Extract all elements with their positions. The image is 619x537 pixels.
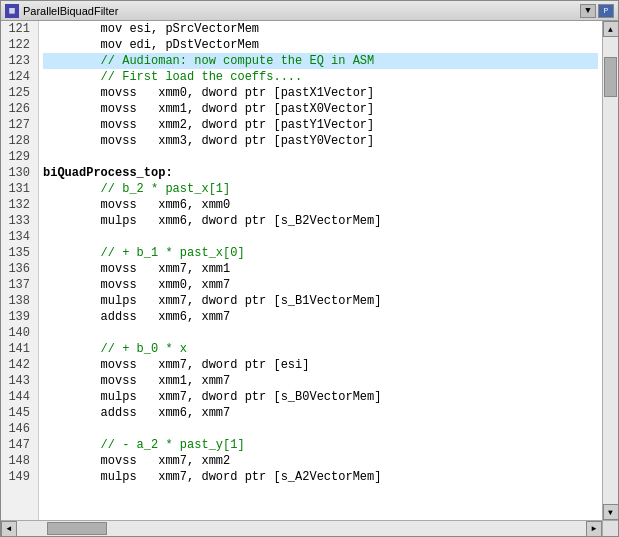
- line-number: 141: [5, 341, 34, 357]
- line-number: 148: [5, 453, 34, 469]
- code-line: movss xmm2, dword ptr [pastY1Vector]: [43, 117, 598, 133]
- code-line: movss xmm3, dword ptr [pastY0Vector]: [43, 133, 598, 149]
- window-icon: ▦: [5, 4, 19, 18]
- scroll-up-button[interactable]: ▲: [603, 21, 619, 37]
- h-scroll-thumb[interactable]: [47, 522, 107, 535]
- h-scroll-track[interactable]: [17, 521, 586, 536]
- external-btn[interactable]: P: [598, 4, 614, 18]
- code-line: addss xmm6, xmm7: [43, 405, 598, 421]
- title-bar: ▦ ParallelBiquadFilter ▼ P: [1, 1, 618, 21]
- code-line: mulps xmm7, dword ptr [s_B1VectorMem]: [43, 293, 598, 309]
- code-line: movss xmm7, xmm2: [43, 453, 598, 469]
- code-line: [43, 229, 598, 245]
- vertical-scrollbar[interactable]: ▲ ▼: [602, 21, 618, 520]
- line-numbers: 1211221231241251261271281291301311321331…: [1, 21, 39, 520]
- line-number: 137: [5, 277, 34, 293]
- main-window: ▦ ParallelBiquadFilter ▼ P 1211221231241…: [0, 0, 619, 537]
- code-line: // + b_0 * x: [43, 341, 598, 357]
- line-number: 126: [5, 101, 34, 117]
- bottom-bar: ◄ ►: [1, 520, 618, 536]
- line-number: 124: [5, 69, 34, 85]
- title-bar-controls: ▼ P: [580, 4, 614, 18]
- scrollbar-corner: [602, 520, 618, 536]
- line-number: 132: [5, 197, 34, 213]
- scroll-left-button[interactable]: ◄: [1, 521, 17, 537]
- line-number: 139: [5, 309, 34, 325]
- scroll-down-button[interactable]: ▼: [603, 504, 619, 520]
- code-line: movss xmm7, dword ptr [esi]: [43, 357, 598, 373]
- code-line: // b_2 * past_x[1]: [43, 181, 598, 197]
- line-number: 129: [5, 149, 34, 165]
- scroll-thumb[interactable]: [604, 57, 617, 97]
- line-number: 144: [5, 389, 34, 405]
- line-number: 128: [5, 133, 34, 149]
- line-number: 133: [5, 213, 34, 229]
- code-line: mulps xmm6, dword ptr [s_B2VectorMem]: [43, 213, 598, 229]
- line-number: 121: [5, 21, 34, 37]
- code-line: movss xmm7, xmm1: [43, 261, 598, 277]
- code-line: movss xmm6, xmm0: [43, 197, 598, 213]
- line-number: 146: [5, 421, 34, 437]
- line-number: 136: [5, 261, 34, 277]
- horizontal-scrollbar[interactable]: ◄ ►: [1, 520, 602, 536]
- code-line: movss xmm0, dword ptr [pastX1Vector]: [43, 85, 598, 101]
- code-line: // - a_2 * past_y[1]: [43, 437, 598, 453]
- code-line: mov edi, pDstVectorMem: [43, 37, 598, 53]
- code-content[interactable]: mov esi, pSrcVectorMem mov edi, pDstVect…: [39, 21, 602, 520]
- content-area: 1211221231241251261271281291301311321331…: [1, 21, 618, 520]
- code-container: 1211221231241251261271281291301311321331…: [1, 21, 602, 520]
- line-number: 125: [5, 85, 34, 101]
- line-number: 130: [5, 165, 34, 181]
- line-number: 145: [5, 405, 34, 421]
- code-line: [43, 421, 598, 437]
- code-line: mulps xmm7, dword ptr [s_A2VectorMem]: [43, 469, 598, 485]
- line-number: 140: [5, 325, 34, 341]
- code-line: [43, 149, 598, 165]
- line-number: 149: [5, 469, 34, 485]
- code-line: // + b_1 * past_x[0]: [43, 245, 598, 261]
- line-number: 147: [5, 437, 34, 453]
- code-line: mov esi, pSrcVectorMem: [43, 21, 598, 37]
- code-line: // Audioman: now compute the EQ in ASM: [43, 53, 598, 69]
- line-number: 122: [5, 37, 34, 53]
- code-line: [43, 325, 598, 341]
- code-line: // First load the coeffs....: [43, 69, 598, 85]
- line-number: 138: [5, 293, 34, 309]
- code-line: mulps xmm7, dword ptr [s_B0VectorMem]: [43, 389, 598, 405]
- title-bar-left: ▦ ParallelBiquadFilter: [5, 4, 118, 18]
- minimize-button[interactable]: ▼: [580, 4, 596, 18]
- window-title: ParallelBiquadFilter: [23, 5, 118, 17]
- line-number: 127: [5, 117, 34, 133]
- scroll-right-button[interactable]: ►: [586, 521, 602, 537]
- code-line: biQuadProcess_top:: [43, 165, 598, 181]
- line-number: 123: [5, 53, 34, 69]
- line-number: 134: [5, 229, 34, 245]
- code-line: movss xmm1, xmm7: [43, 373, 598, 389]
- line-number: 131: [5, 181, 34, 197]
- code-line: movss xmm1, dword ptr [pastX0Vector]: [43, 101, 598, 117]
- code-line: addss xmm6, xmm7: [43, 309, 598, 325]
- line-number: 142: [5, 357, 34, 373]
- line-number: 143: [5, 373, 34, 389]
- code-line: movss xmm0, xmm7: [43, 277, 598, 293]
- scroll-track[interactable]: [603, 37, 618, 504]
- line-number: 135: [5, 245, 34, 261]
